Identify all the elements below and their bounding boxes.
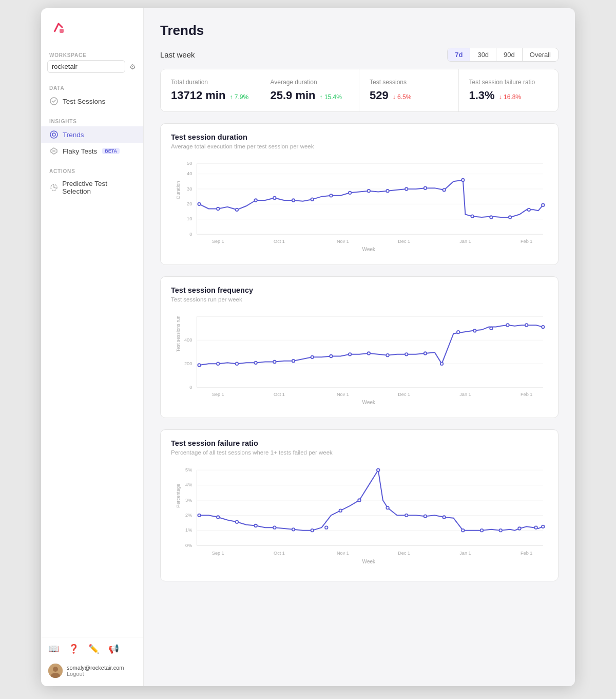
user-profile: somaly@rocketair.com Logout xyxy=(41,659,143,678)
user-email: somaly@rocketair.com xyxy=(67,665,124,671)
avatar xyxy=(48,664,63,678)
svg-point-32 xyxy=(217,207,220,211)
chart-duration-svg: 0 10 20 30 40 50 Duration Sep 1 Oct 1 No… xyxy=(171,155,548,257)
chart-freq-area: 0 200 400 Test sessions run Sep 1 Oct 1 … xyxy=(171,308,548,412)
svg-point-128 xyxy=(518,527,521,530)
svg-point-124 xyxy=(442,516,446,519)
test-sessions-icon xyxy=(49,97,59,106)
svg-text:Duration: Duration xyxy=(176,181,181,199)
svg-text:Jan 1: Jan 1 xyxy=(459,551,471,556)
chart-fail-svg: 0% 1% 2% 3% 4% 5% Percentage Sep 1 Oct 1… xyxy=(171,461,548,574)
svg-point-44 xyxy=(442,188,446,192)
stat-delta-0: ↑ 7.9% xyxy=(229,93,248,101)
stat-value-3: 1.3% ↓ 16.8% xyxy=(469,89,548,102)
svg-text:4%: 4% xyxy=(185,482,192,487)
period-buttons: 7d 30d 90d Overall xyxy=(447,48,559,62)
stat-delta-2: ↓ 6.5% xyxy=(393,93,412,101)
svg-text:Oct 1: Oct 1 xyxy=(274,551,285,556)
svg-point-114 xyxy=(273,526,276,529)
trends-icon xyxy=(49,130,59,139)
pen-icon[interactable]: ✏️ xyxy=(88,644,99,654)
logout-link[interactable]: Logout xyxy=(67,671,124,677)
svg-text:Feb 1: Feb 1 xyxy=(521,239,532,244)
chart-freq-svg: 0 200 400 Test sessions run Sep 1 Oct 1 … xyxy=(171,308,548,410)
svg-point-111 xyxy=(217,516,220,519)
svg-point-43 xyxy=(424,186,427,190)
svg-point-130 xyxy=(542,525,545,528)
svg-text:Oct 1: Oct 1 xyxy=(274,392,285,397)
sidebar: Workspace rocketair ⚙ DATA Test Sessions… xyxy=(41,8,144,686)
stat-value-0: 13712 min ↑ 7.9% xyxy=(171,89,249,102)
svg-point-68 xyxy=(198,364,201,367)
chart-freq-title: Test session frequency xyxy=(171,286,548,294)
svg-text:Nov 1: Nov 1 xyxy=(337,392,349,397)
app-container: Workspace rocketair ⚙ DATA Test Sessions… xyxy=(41,8,575,686)
stat-value-1: 25.9 min ↑ 15.4% xyxy=(271,89,349,102)
stat-label-0: Total duration xyxy=(171,79,249,86)
workspace-selector: rocketair ⚙ xyxy=(47,60,137,73)
chart-duration-subtitle: Average total execution time per test se… xyxy=(171,143,548,149)
flaky-tests-icon xyxy=(49,146,59,156)
last-week-label: Last week xyxy=(160,50,195,59)
svg-point-115 xyxy=(292,528,295,531)
logo-area xyxy=(41,16,143,47)
period-90d[interactable]: 90d xyxy=(496,48,523,61)
chart-fail-title: Test session failure ratio xyxy=(171,439,548,447)
flaky-tests-label: Flaky Tests xyxy=(63,147,97,155)
svg-point-82 xyxy=(457,331,460,334)
svg-text:Test sessions run: Test sessions run xyxy=(176,315,181,352)
megaphone-icon[interactable]: 📢 xyxy=(108,644,119,654)
predictive-icon xyxy=(49,183,58,192)
svg-point-50 xyxy=(542,203,545,206)
workspace-dropdown[interactable]: rocketair xyxy=(47,60,125,73)
svg-text:10: 10 xyxy=(187,216,192,221)
svg-point-79 xyxy=(405,353,408,356)
settings-button[interactable]: ⚙ xyxy=(128,62,137,72)
svg-point-40 xyxy=(368,190,371,193)
svg-point-126 xyxy=(480,529,484,532)
svg-text:0%: 0% xyxy=(185,543,192,548)
svg-text:5%: 5% xyxy=(185,467,192,473)
svg-point-81 xyxy=(440,362,444,365)
period-overall[interactable]: Overall xyxy=(523,48,558,61)
svg-point-84 xyxy=(490,327,493,330)
svg-point-120 xyxy=(377,468,380,471)
svg-text:400: 400 xyxy=(184,337,192,343)
svg-point-80 xyxy=(424,352,427,355)
svg-point-72 xyxy=(273,361,276,364)
svg-text:Nov 1: Nov 1 xyxy=(337,239,349,244)
svg-text:1%: 1% xyxy=(185,527,192,533)
sidebar-item-trends[interactable]: Trends xyxy=(41,126,143,143)
svg-text:Feb 1: Feb 1 xyxy=(521,392,532,397)
predictive-label: Predictive Test Selection xyxy=(62,180,135,195)
page-title: Trends xyxy=(160,23,559,39)
trends-label: Trends xyxy=(63,131,84,139)
svg-point-47 xyxy=(490,216,493,219)
svg-text:Sep 1: Sep 1 xyxy=(212,551,224,556)
svg-text:Oct 1: Oct 1 xyxy=(274,239,285,244)
chart-fail-area: 0% 1% 2% 3% 4% 5% Percentage Sep 1 Oct 1… xyxy=(171,461,548,576)
svg-rect-1 xyxy=(60,29,64,33)
chart-duration: Test session duration Average total exec… xyxy=(160,123,559,265)
svg-point-41 xyxy=(386,190,389,193)
period-30d[interactable]: 30d xyxy=(470,48,496,61)
stat-test-sessions: Test sessions 529 ↓ 6.5% xyxy=(359,69,459,111)
svg-text:Dec 1: Dec 1 xyxy=(398,239,410,244)
svg-text:40: 40 xyxy=(187,171,192,176)
svg-text:Jan 1: Jan 1 xyxy=(459,239,471,244)
sidebar-bottom: 📖 ❓ ✏️ 📢 somaly@rocketair.com Logout xyxy=(41,637,143,678)
stat-delta-1: ↑ 15.4% xyxy=(320,93,342,101)
help-icon[interactable]: ❓ xyxy=(68,644,79,654)
sidebar-item-test-sessions[interactable]: Test Sessions xyxy=(41,93,143,109)
header-row: Last week 7d 30d 90d Overall xyxy=(160,48,559,62)
svg-point-71 xyxy=(254,362,257,365)
svg-point-117 xyxy=(325,526,328,529)
period-7d[interactable]: 7d xyxy=(448,48,470,61)
svg-point-122 xyxy=(405,514,408,517)
svg-point-31 xyxy=(198,203,201,206)
svg-point-76 xyxy=(349,353,352,356)
book-icon[interactable]: 📖 xyxy=(48,644,59,654)
sidebar-item-predictive[interactable]: Predictive Test Selection xyxy=(41,176,143,199)
sidebar-item-flaky-tests[interactable]: Flaky Tests BETA xyxy=(41,143,143,159)
svg-text:Jan 1: Jan 1 xyxy=(459,392,471,397)
